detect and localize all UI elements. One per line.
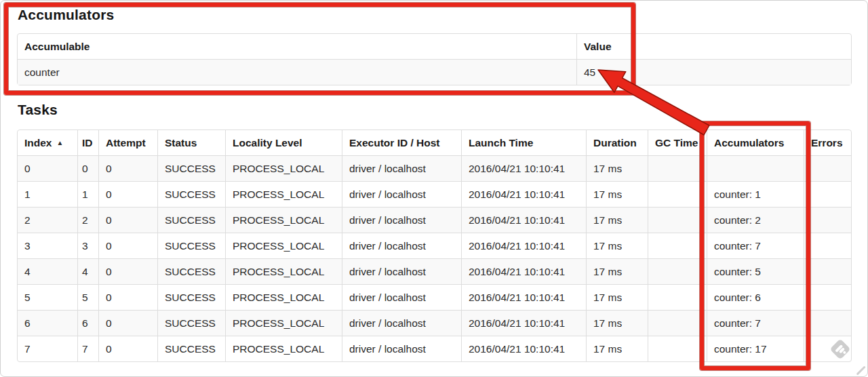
column-header-executor-id-host[interactable]: Executor ID / Host — [342, 130, 461, 155]
table-cell: 17 ms — [586, 284, 648, 310]
table-cell: counter: 7 — [707, 310, 804, 336]
table-cell: 17 ms — [586, 310, 648, 336]
column-header-gc-time[interactable]: GC Time — [648, 130, 707, 155]
table-cell: SUCCESS — [157, 233, 225, 258]
table-cell: counter: 6 — [707, 284, 804, 310]
table-row: 220SUCCESSPROCESS_LOCALdriver / localhos… — [18, 207, 851, 233]
table-cell — [804, 207, 851, 233]
column-header-accumulable[interactable]: Accumulable — [18, 34, 576, 59]
table-cell: counter: 17 — [707, 336, 804, 361]
table-cell: driver / localhost — [342, 207, 461, 233]
column-header-value[interactable]: Value — [576, 34, 851, 59]
column-header-index[interactable]: Index▲ — [18, 130, 77, 155]
table-cell: 2016/04/21 10:10:41 — [461, 284, 586, 310]
table-cell: 4 — [77, 258, 98, 284]
table-cell: SUCCESS — [157, 207, 225, 233]
table-cell: counter: 7 — [707, 233, 804, 258]
table-cell: 45 — [576, 59, 851, 85]
table-cell: driver / localhost — [342, 181, 461, 207]
table-cell: PROCESS_LOCAL — [225, 207, 342, 233]
table-cell: driver / localhost — [342, 284, 461, 310]
table-row: 770SUCCESSPROCESS_LOCALdriver / localhos… — [18, 336, 851, 361]
table-cell: 17 ms — [586, 155, 648, 181]
table-cell — [648, 233, 707, 258]
table-row: 110SUCCESSPROCESS_LOCALdriver / localhos… — [18, 181, 851, 207]
sort-ascending-icon: ▲ — [56, 139, 63, 146]
column-header-duration[interactable]: Duration — [586, 130, 648, 155]
table-cell: driver / localhost — [342, 336, 461, 361]
table-cell: 3 — [18, 233, 77, 258]
table-cell: driver / localhost — [342, 155, 461, 181]
table-cell: 2 — [77, 207, 98, 233]
column-header-attempt[interactable]: Attempt — [98, 130, 157, 155]
accumulators-section-title: Accumulators — [18, 7, 114, 23]
table-cell — [648, 336, 707, 361]
table-cell — [648, 181, 707, 207]
tasks-section-title: Tasks — [18, 102, 58, 118]
table-cell: 0 — [98, 258, 157, 284]
table-row: counter45 — [18, 59, 851, 85]
table-cell: 17 ms — [586, 258, 648, 284]
table-cell: 0 — [98, 155, 157, 181]
column-header-locality-level[interactable]: Locality Level — [225, 130, 342, 155]
table-cell — [648, 284, 707, 310]
table-row: 000SUCCESSPROCESS_LOCALdriver / localhos… — [18, 155, 851, 181]
table-cell: SUCCESS — [157, 155, 225, 181]
table-cell: SUCCESS — [157, 258, 225, 284]
table-cell: 17 ms — [586, 336, 648, 361]
table-cell — [648, 258, 707, 284]
column-header-errors[interactable]: Errors — [804, 130, 851, 155]
table-cell: 0 — [98, 284, 157, 310]
table-cell: 2016/04/21 10:10:41 — [461, 233, 586, 258]
table-cell: 2016/04/21 10:10:41 — [461, 181, 586, 207]
table-cell — [804, 155, 851, 181]
table-cell: 2016/04/21 10:10:41 — [461, 207, 586, 233]
table-cell: PROCESS_LOCAL — [225, 181, 342, 207]
table-cell: driver / localhost — [342, 258, 461, 284]
skitch-watermark-icon — [829, 338, 851, 360]
column-header-accumulators[interactable]: Accumulators — [707, 130, 804, 155]
table-cell: 0 — [18, 155, 77, 181]
table-cell — [804, 310, 851, 336]
accumulable-table: Accumulable Value counter45 — [17, 33, 852, 85]
table-cell: PROCESS_LOCAL — [225, 284, 342, 310]
table-cell: 2016/04/21 10:10:41 — [461, 258, 586, 284]
table-cell — [648, 155, 707, 181]
table-cell: 2016/04/21 10:10:41 — [461, 155, 586, 181]
table-row: 330SUCCESSPROCESS_LOCALdriver / localhos… — [18, 233, 851, 258]
table-cell: 3 — [77, 233, 98, 258]
table-cell: 2016/04/21 10:10:41 — [461, 310, 586, 336]
table-cell: counter: 2 — [707, 207, 804, 233]
table-cell: SUCCESS — [157, 336, 225, 361]
table-cell: counter: 5 — [707, 258, 804, 284]
table-cell: 6 — [77, 310, 98, 336]
table-cell: SUCCESS — [157, 284, 225, 310]
table-cell: 6 — [18, 310, 77, 336]
table-cell: 7 — [77, 336, 98, 361]
table-cell: counter: 1 — [707, 181, 804, 207]
tasks-table: Index▲ ID Attempt Status Locality Level … — [17, 130, 852, 362]
table-cell: 2 — [18, 207, 77, 233]
table-cell: 1 — [77, 181, 98, 207]
column-header-id[interactable]: ID — [77, 130, 98, 155]
table-cell: 17 ms — [586, 207, 648, 233]
table-cell: PROCESS_LOCAL — [225, 155, 342, 181]
table-cell — [648, 310, 707, 336]
table-header-row: Index▲ ID Attempt Status Locality Level … — [18, 130, 851, 155]
column-header-launch-time[interactable]: Launch Time — [461, 130, 586, 155]
table-cell: 0 — [98, 310, 157, 336]
table-cell — [804, 284, 851, 310]
table-cell: counter — [18, 59, 576, 85]
column-header-status[interactable]: Status — [157, 130, 225, 155]
table-cell: 1 — [18, 181, 77, 207]
table-cell: 0 — [98, 181, 157, 207]
table-cell: PROCESS_LOCAL — [225, 233, 342, 258]
table-cell: 17 ms — [586, 233, 648, 258]
table-cell: 7 — [18, 336, 77, 361]
table-cell: 0 — [98, 336, 157, 361]
corner-artifact — [856, 365, 866, 375]
table-row: 440SUCCESSPROCESS_LOCALdriver / localhos… — [18, 258, 851, 284]
table-cell: SUCCESS — [157, 310, 225, 336]
spark-ui-stage-page: Accumulators Accumulable Value counter45… — [0, 0, 868, 377]
table-header-row: Accumulable Value — [18, 34, 851, 59]
